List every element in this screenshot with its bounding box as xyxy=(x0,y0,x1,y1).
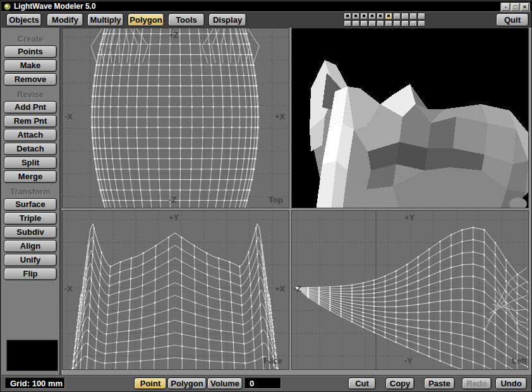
layer-fg-button-7[interactable] xyxy=(393,13,401,20)
triple-button[interactable]: Triple xyxy=(4,212,57,225)
layer-fg-button-2[interactable] xyxy=(352,13,360,20)
layer-content-dot xyxy=(371,15,373,17)
layer-content-dot xyxy=(379,15,382,17)
attach-button[interactable]: Attach xyxy=(4,129,57,141)
mode-point-button[interactable]: Point xyxy=(134,377,167,389)
viewport-top[interactable]: +Z -X +X -Z Top xyxy=(62,28,289,208)
layer-content-dot xyxy=(346,15,349,17)
merge-button[interactable]: Merge xyxy=(4,170,57,183)
cut-button[interactable]: Cut xyxy=(348,377,376,389)
layer-fg-button-1[interactable] xyxy=(344,13,351,20)
layer-fg-button-5[interactable] xyxy=(377,13,384,20)
tab-multiply[interactable]: Multiply xyxy=(87,13,124,27)
tab-objects[interactable]: Objects xyxy=(6,13,42,27)
layer-bg-button-4[interactable] xyxy=(368,20,376,27)
layer-fg-button-10[interactable] xyxy=(418,13,425,20)
toolbar-sidebar: Create Points Make Remove Revise Add Pnt… xyxy=(1,28,61,375)
layer-content-dot xyxy=(354,15,357,17)
app-window: LightWave Modeler 5.0 - □ × Objects Modi… xyxy=(0,0,532,392)
tab-modify[interactable]: Modify xyxy=(47,13,83,27)
layer-fg-button-6[interactable] xyxy=(385,13,392,20)
undo-button[interactable]: Undo xyxy=(495,377,527,389)
status-bar: Grid: 100 mm Point Polygon Volume 0 Cut … xyxy=(1,375,532,391)
make-button[interactable]: Make xyxy=(4,59,57,72)
align-button[interactable]: Align xyxy=(4,240,57,252)
layer-fg-button-9[interactable] xyxy=(409,13,417,20)
layer-bg-button-10[interactable] xyxy=(418,20,425,27)
remove-button[interactable]: Remove xyxy=(4,73,57,86)
layer-fg-button-8[interactable] xyxy=(401,13,409,20)
section-label-create: Create xyxy=(1,34,59,44)
layer-bg-button-6[interactable] xyxy=(385,20,392,27)
flip-button[interactable]: Flip xyxy=(4,268,57,280)
viewport-left[interactable]: +Y -Z -Y Left xyxy=(291,210,529,370)
paste-button[interactable]: Paste xyxy=(424,377,455,389)
maximize-button[interactable]: □ xyxy=(511,3,519,11)
quit-button[interactable]: Quit xyxy=(496,13,529,27)
layer-bg-button-9[interactable] xyxy=(409,20,417,27)
object-preview-box xyxy=(6,340,58,371)
surface-button[interactable]: Surface xyxy=(4,198,57,211)
layer-content-dot xyxy=(387,15,390,17)
rem-pnt-button[interactable]: Rem Pnt xyxy=(4,115,57,128)
layer-selector xyxy=(344,13,426,27)
points-button[interactable]: Points xyxy=(4,45,57,58)
layer-fg-button-4[interactable] xyxy=(368,13,376,20)
section-label-transform: Transform xyxy=(1,187,59,196)
close-button[interactable]: × xyxy=(521,3,529,11)
section-label-revise: Revise xyxy=(1,90,59,99)
tab-display[interactable]: Display xyxy=(209,13,246,27)
grid-size-display: Grid: 100 mm xyxy=(5,377,65,389)
window-controls: - □ × xyxy=(500,3,530,11)
menu-tab-bar: Objects Modify Multiply Polygon Tools Di… xyxy=(1,12,532,28)
layer-bg-button-7[interactable] xyxy=(393,20,401,27)
layer-bg-button-1[interactable] xyxy=(344,20,351,27)
layer-bg-button-8[interactable] xyxy=(401,20,409,27)
subdiv-button[interactable]: Subdiv xyxy=(4,226,57,239)
layer-bg-button-2[interactable] xyxy=(352,20,360,27)
count-field[interactable]: 0 xyxy=(245,377,281,389)
detach-button[interactable]: Detach xyxy=(4,143,57,155)
split-button[interactable]: Split xyxy=(4,157,57,169)
layer-bg-button-3[interactable] xyxy=(360,20,368,27)
viewport-face[interactable]: +Y -X +X Face xyxy=(62,210,289,370)
tab-tools[interactable]: Tools xyxy=(168,13,205,27)
viewport-area: +Z -X +X -Z Top +Y -X +X Face +Y -Z -Y L… xyxy=(62,28,532,375)
add-pnt-button[interactable]: Add Pnt xyxy=(4,101,57,114)
viewport-preview[interactable] xyxy=(291,28,529,208)
titlebar: LightWave Modeler 5.0 - □ × xyxy=(1,1,532,12)
lightwave-logo-icon xyxy=(4,3,11,10)
unify-button[interactable]: Unify xyxy=(4,254,57,266)
mode-polygon-button[interactable]: Polygon xyxy=(167,377,207,389)
layer-bg-button-5[interactable] xyxy=(377,20,384,27)
copy-button[interactable]: Copy xyxy=(385,377,414,389)
layer-content-dot xyxy=(363,15,365,17)
tab-polygon[interactable]: Polygon xyxy=(128,13,164,27)
mode-volume-button[interactable]: Volume xyxy=(207,377,243,389)
layer-fg-button-3[interactable] xyxy=(360,13,368,20)
minimize-button[interactable]: - xyxy=(502,3,510,11)
window-title: LightWave Modeler 5.0 xyxy=(14,2,96,11)
redo-button: Redo xyxy=(462,377,492,389)
